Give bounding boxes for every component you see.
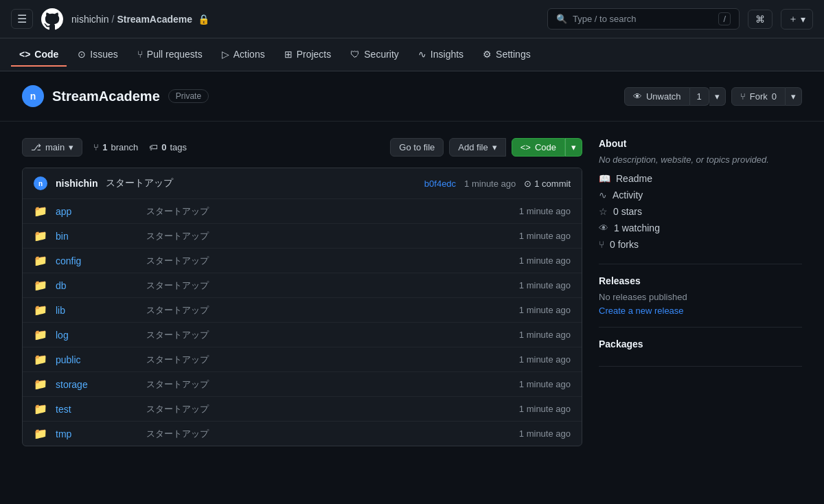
code-label: Code	[535, 142, 556, 152]
eye-icon: 👁	[633, 91, 642, 102]
about-description: No description, website, or topics provi…	[599, 154, 802, 165]
table-row[interactable]: 📁 app スタートアップ 1 minute ago	[23, 199, 582, 224]
create-release-link[interactable]: Create a new release	[599, 306, 684, 316]
tab-pr-label: Pull requests	[147, 49, 203, 60]
tags-link[interactable]: 🏷 0 tags	[149, 142, 187, 152]
actions-tab-icon: ▷	[222, 49, 229, 60]
file-time: 1 minute ago	[519, 428, 571, 439]
activity-label: Activity	[613, 190, 643, 201]
tab-settings[interactable]: ⚙ Settings	[474, 43, 539, 67]
add-file-label: Add file	[458, 142, 488, 152]
table-row[interactable]: 📁 bin スタートアップ 1 minute ago	[23, 224, 582, 249]
file-name[interactable]: app	[56, 206, 138, 217]
no-releases-text: No releases published	[599, 292, 802, 302]
watch-count[interactable]: 1	[690, 87, 709, 106]
breadcrumb-separator: /	[111, 14, 114, 25]
code-button[interactable]: <> Code	[512, 138, 565, 157]
insights-tab-icon: ∿	[418, 49, 426, 60]
file-name[interactable]: config	[56, 255, 138, 266]
folder-icon: 📁	[34, 427, 47, 440]
tab-issues[interactable]: ⊙ Issues	[69, 43, 126, 67]
tab-actions[interactable]: ▷ Actions	[214, 43, 273, 67]
tab-insights[interactable]: ∿ Insights	[410, 43, 472, 67]
activity-link[interactable]: ∿ Activity	[599, 187, 802, 203]
tab-projects[interactable]: ⊞ Projects	[276, 43, 340, 67]
table-row[interactable]: 📁 public スタートアップ 1 minute ago	[23, 347, 582, 372]
file-name[interactable]: tmp	[56, 428, 138, 439]
tag-icon: 🏷	[149, 142, 158, 152]
watch-dropdown[interactable]: ▾	[709, 87, 726, 106]
tags-label: tags	[170, 142, 187, 152]
file-name[interactable]: storage	[56, 379, 138, 390]
table-row[interactable]: 📁 tmp スタートアップ 1 minute ago	[23, 422, 582, 446]
branch-bar: ⎇ main ▾ ⑂ 1 branch 🏷 0 tags Go to file	[22, 138, 582, 157]
fork-button[interactable]: ⑂ Fork 0	[731, 87, 786, 106]
search-bar[interactable]: 🔍 Type / to search /	[547, 8, 740, 30]
pr-tab-icon: ⑂	[137, 49, 143, 60]
repo-header-right: 👁 Unwatch 1 ▾ ⑂ Fork 0 ▾	[624, 87, 802, 106]
table-row[interactable]: 📁 storage スタートアップ 1 minute ago	[23, 372, 582, 397]
commit-author[interactable]: nishichin	[56, 178, 98, 189]
add-file-button[interactable]: Add file ▾	[449, 138, 505, 157]
commit-message: スタートアップ	[106, 177, 173, 190]
table-row[interactable]: 📁 log スタートアップ 1 minute ago	[23, 323, 582, 347]
file-commit-msg: スタートアップ	[146, 354, 511, 366]
tab-projects-label: Projects	[297, 49, 332, 60]
branches-link[interactable]: ⑂ 1 branch	[93, 142, 138, 152]
hamburger-button[interactable]: ☰	[11, 9, 33, 29]
folder-icon: 📁	[34, 378, 47, 391]
releases-section: Releases No releases published Create a …	[599, 264, 802, 328]
file-commit-msg: スタートアップ	[146, 329, 511, 341]
tab-pull-requests[interactable]: ⑂ Pull requests	[129, 43, 211, 67]
tab-code[interactable]: <> Code	[11, 43, 67, 67]
table-row[interactable]: 📁 lib スタートアップ 1 minute ago	[23, 298, 582, 323]
table-row[interactable]: 📁 db スタートアップ 1 minute ago	[23, 273, 582, 298]
terminal-button[interactable]: ⌘	[748, 10, 772, 29]
folder-icon: 📁	[34, 205, 47, 218]
code-dropdown[interactable]: ▾	[565, 138, 582, 157]
file-name[interactable]: public	[56, 354, 138, 365]
folder-icon: 📁	[34, 328, 47, 341]
fork-group: ⑂ Fork 0 ▾	[731, 87, 802, 106]
branch-meta: ⑂ 1 branch 🏷 0 tags	[93, 142, 187, 152]
tab-code-label: Code	[34, 49, 58, 60]
watching-item[interactable]: 👁 1 watching	[599, 220, 802, 236]
file-name[interactable]: lib	[56, 305, 138, 316]
file-commit-msg: スタートアップ	[146, 255, 511, 267]
tags-count: 0	[161, 142, 166, 152]
breadcrumb-repo[interactable]: StreamAcademe	[117, 14, 192, 25]
commit-count: 1 commit	[534, 179, 571, 189]
file-name[interactable]: bin	[56, 231, 138, 242]
repo-name[interactable]: StreamAcademe	[52, 89, 160, 104]
search-icon: 🔍	[556, 14, 567, 24]
file-name[interactable]: db	[56, 280, 138, 291]
folder-icon: 📁	[34, 229, 47, 242]
commit-hash[interactable]: b0f4edc	[424, 179, 456, 189]
branch-selector[interactable]: ⎇ main ▾	[22, 138, 82, 157]
fork-dropdown[interactable]: ▾	[786, 87, 802, 106]
commit-count-link[interactable]: ⊙ 1 commit	[524, 179, 571, 189]
file-name[interactable]: log	[56, 330, 138, 341]
readme-link[interactable]: 📖 Readme	[599, 170, 802, 187]
table-row[interactable]: 📁 config スタートアップ 1 minute ago	[23, 249, 582, 273]
star-icon: ☆	[599, 206, 608, 217]
watch-button[interactable]: 👁 Unwatch	[624, 87, 690, 106]
stars-item[interactable]: ☆ 0 stars	[599, 203, 802, 220]
file-name[interactable]: test	[56, 404, 138, 415]
folder-icon: 📁	[34, 254, 47, 267]
file-commit-msg: スタートアップ	[146, 230, 511, 242]
forks-item[interactable]: ⑂ 0 forks	[599, 236, 802, 253]
search-shortcut: /	[718, 12, 731, 25]
watching-icon: 👁	[599, 222, 608, 233]
file-time: 1 minute ago	[519, 255, 571, 266]
new-button[interactable]: ＋ ▾	[781, 9, 813, 30]
stars-label: 0 stars	[613, 206, 642, 217]
breadcrumb-owner[interactable]: nishichin	[71, 14, 108, 25]
tab-security[interactable]: 🛡 Security	[342, 43, 407, 67]
breadcrumb: nishichin / StreamAcademe 🔒	[71, 14, 209, 25]
table-row[interactable]: 📁 test スタートアップ 1 minute ago	[23, 397, 582, 422]
folder-icon: 📁	[34, 402, 47, 415]
go-to-file-button[interactable]: Go to file	[390, 138, 444, 157]
file-commit-msg: スタートアップ	[146, 304, 511, 317]
commit-avatar: n	[34, 176, 47, 190]
